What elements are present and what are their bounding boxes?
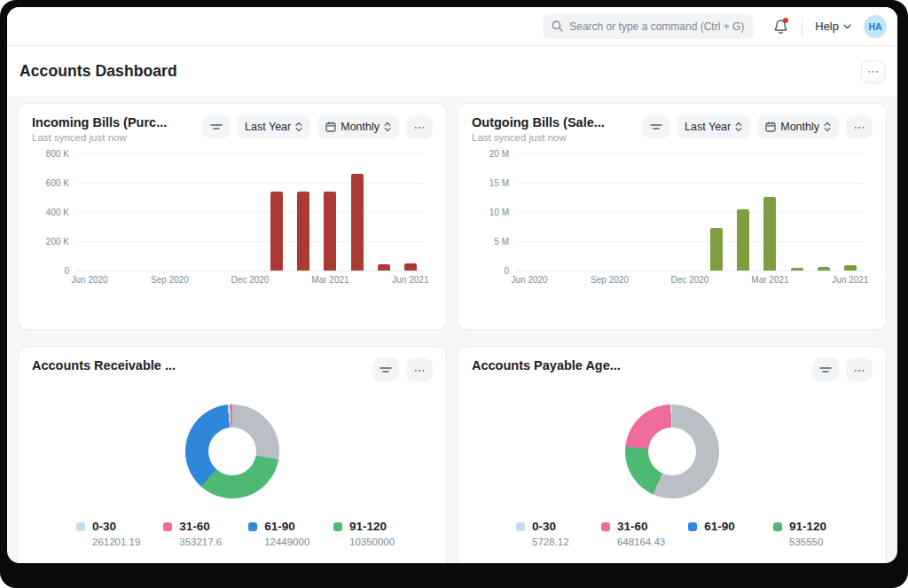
card-menu-button[interactable]: ⋯	[846, 358, 873, 381]
card-subtitle: Last synced just now	[472, 132, 605, 143]
bar[interactable]	[791, 268, 803, 270]
card-header: Accounts Receivable ... ⋯	[32, 358, 433, 381]
donut-chart[interactable]	[625, 404, 719, 498]
bar[interactable]	[710, 228, 723, 270]
card-title: Incoming Bills (Purc...	[32, 115, 167, 129]
bar[interactable]	[818, 267, 830, 270]
x-axis: Jun 2020Sep 2020Dec 2020Mar 2021Jun 2021	[76, 275, 424, 289]
period-select[interactable]: Last Year	[237, 115, 310, 138]
notification-dot	[783, 18, 788, 23]
card-controls: ⋯	[812, 358, 873, 381]
bar-slot	[569, 153, 596, 270]
filter-button[interactable]	[643, 115, 669, 138]
bar[interactable]	[351, 174, 364, 270]
x-axis-label: Sep 2020	[591, 275, 629, 285]
up-down-icon	[824, 122, 831, 132]
bar-slot	[650, 153, 677, 270]
x-axis-label: Jun 2021	[832, 275, 868, 285]
card-header: Incoming Bills (Purc... Last synced just…	[32, 115, 433, 143]
legend-label: 61-90	[704, 520, 735, 533]
bar-slot	[344, 153, 371, 270]
bar-slot	[837, 153, 864, 270]
card-controls: Last Year Monthly	[643, 115, 873, 138]
bar-chart[interactable]: 20 M15 M10 M5 M0 Jun 2020Sep 2020Dec 202…	[472, 153, 873, 289]
legend-label: 31-60	[179, 520, 210, 533]
calendar-icon	[325, 122, 336, 132]
window-frame: Help HA Accounts Dashboard ⋯ Incoming Bi…	[0, 0, 908, 588]
x-axis-label: Mar 2021	[751, 275, 788, 285]
page-title: Accounts Dashboard	[20, 62, 177, 81]
period-select-label: Last Year	[685, 121, 731, 133]
legend-item: 31-60648164.43	[601, 520, 665, 548]
ellipsis-icon: ⋯	[867, 65, 879, 78]
legend-swatch	[516, 522, 525, 531]
bar[interactable]	[378, 264, 390, 270]
y-axis-label: 400 K	[46, 208, 69, 217]
card-accounts-payable: Accounts Payable Age... ⋯ 0-305728.1231-…	[458, 346, 887, 563]
page-menu-button[interactable]: ⋯	[861, 60, 885, 82]
legend-value: 5728.12	[516, 537, 578, 548]
up-down-icon	[735, 122, 742, 132]
y-axis-label: 5 M	[494, 237, 509, 247]
filter-button[interactable]	[203, 115, 230, 138]
donut-chart[interactable]	[185, 404, 279, 498]
ellipsis-icon: ⋯	[854, 121, 865, 134]
bar-slot	[703, 153, 730, 270]
bar-chart[interactable]: 800 K600 K400 K200 K0 Jun 2020Sep 2020De…	[32, 153, 433, 289]
bar[interactable]	[737, 209, 749, 270]
bar-slot	[210, 153, 237, 270]
global-search[interactable]	[543, 14, 754, 39]
up-down-icon	[295, 122, 302, 132]
bar-slot	[623, 153, 650, 270]
bar[interactable]	[270, 192, 283, 270]
legend-label: 0-30	[532, 520, 556, 533]
frequency-select[interactable]: Monthly	[317, 115, 399, 138]
legend-value: 535550	[773, 537, 835, 548]
up-down-icon	[384, 122, 391, 132]
bar-slot	[397, 153, 424, 270]
bar[interactable]	[404, 263, 417, 270]
page-header: Accounts Dashboard ⋯	[7, 46, 897, 96]
legend-swatch	[688, 522, 697, 531]
filter-button[interactable]	[812, 358, 839, 381]
frequency-select[interactable]: Monthly	[757, 115, 839, 138]
chart-plot: 800 K600 K400 K200 K0	[76, 153, 424, 270]
x-axis-label: Dec 2020	[671, 275, 709, 285]
bar-slot	[543, 153, 569, 270]
bar-slot	[596, 153, 622, 270]
legend-label: 91-120	[789, 520, 826, 533]
x-axis: Jun 2020Sep 2020Dec 2020Mar 2021Jun 2021	[516, 275, 864, 289]
filter-button[interactable]	[372, 358, 399, 381]
avatar[interactable]: HA	[864, 15, 887, 38]
legend-value: 648164.43	[601, 537, 665, 548]
ellipsis-icon: ⋯	[854, 364, 865, 377]
bar-slot	[810, 153, 837, 270]
legend-value: 353217.6	[163, 537, 225, 548]
card-menu-button[interactable]: ⋯	[406, 115, 433, 138]
card-menu-button[interactable]: ⋯	[846, 115, 873, 138]
frequency-select-label: Monthly	[340, 121, 380, 133]
bar[interactable]	[844, 265, 857, 270]
y-axis-label: 0	[64, 266, 69, 276]
bar[interactable]	[763, 197, 776, 270]
legend-swatch	[76, 522, 85, 531]
x-axis-label: Jun 2021	[392, 275, 428, 285]
help-menu[interactable]: Help	[815, 20, 851, 33]
filter-icon	[210, 122, 223, 132]
filter-icon	[819, 365, 832, 375]
card-menu-button[interactable]: ⋯	[406, 358, 433, 381]
legend-label: 91-120	[349, 520, 387, 533]
chart-legend: 0-30261201.1931-60353217.661-90124490009…	[32, 520, 433, 548]
notifications-button[interactable]	[771, 18, 789, 35]
period-select[interactable]: Last Year	[677, 115, 750, 138]
legend-value: 10350000	[333, 537, 395, 548]
search-input[interactable]	[569, 20, 745, 33]
bar[interactable]	[297, 192, 309, 270]
gridline	[76, 270, 424, 271]
bar[interactable]	[324, 192, 336, 270]
card-title: Outgoing Bills (Sale...	[472, 115, 605, 129]
y-axis-label: 20 M	[489, 149, 509, 159]
legend-swatch	[773, 522, 782, 531]
bar-slot	[103, 153, 129, 270]
dashboard-grid: Incoming Bills (Purc... Last synced just…	[7, 96, 897, 563]
